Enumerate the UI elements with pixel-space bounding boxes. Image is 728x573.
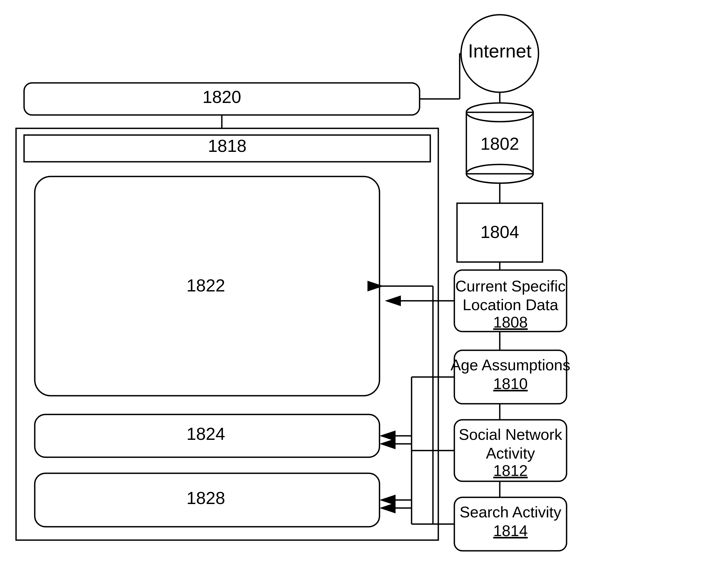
svg-text:Activity: Activity xyxy=(486,445,535,462)
svg-text:Internet: Internet xyxy=(468,41,531,61)
svg-text:1828: 1828 xyxy=(186,488,225,508)
svg-text:1804: 1804 xyxy=(481,222,519,242)
svg-text:1812: 1812 xyxy=(493,462,527,479)
svg-text:1824: 1824 xyxy=(186,424,225,444)
svg-rect-11 xyxy=(16,128,438,540)
svg-text:1814: 1814 xyxy=(493,522,527,539)
svg-text:1802: 1802 xyxy=(481,134,519,153)
svg-text:1808: 1808 xyxy=(493,313,527,331)
svg-text:1820: 1820 xyxy=(203,87,241,107)
svg-text:Search Activity: Search Activity xyxy=(460,503,561,521)
svg-text:1818: 1818 xyxy=(208,136,247,156)
svg-text:Age Assumptions: Age Assumptions xyxy=(451,356,570,373)
diagram: Internet 1802 1804 Current Specific Loca… xyxy=(0,0,728,573)
svg-text:Current  Specific: Current Specific xyxy=(455,277,566,295)
svg-text:Social Network: Social Network xyxy=(459,426,563,443)
svg-text:1810: 1810 xyxy=(493,375,527,392)
svg-text:Location Data: Location Data xyxy=(463,296,559,313)
svg-text:1822: 1822 xyxy=(186,276,225,295)
